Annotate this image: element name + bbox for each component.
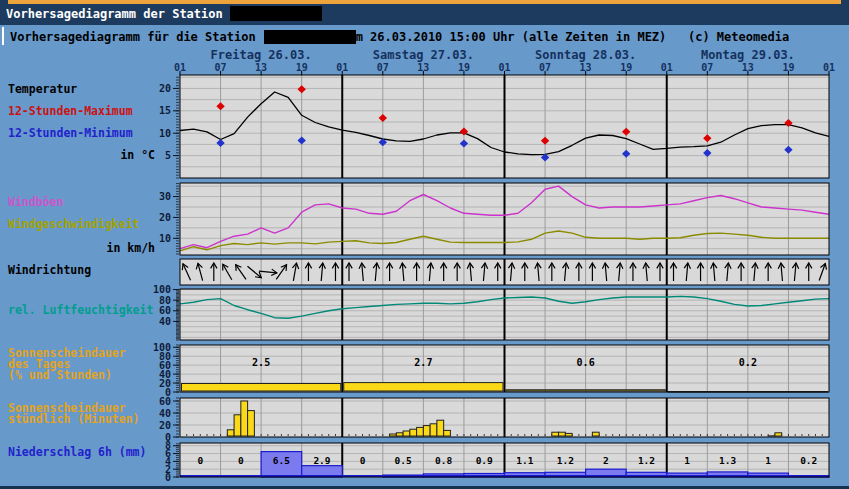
sunshine-hourly-bar (248, 411, 255, 436)
y-axis-label: 20 (159, 83, 171, 94)
precipitation-value: 1.1 (516, 455, 533, 466)
time-tick-label: 07 (535, 62, 555, 73)
y-axis-label: 60 (159, 305, 171, 316)
sunshine-hourly-bar (592, 432, 599, 436)
day-header: Freitag 26.03. (191, 48, 331, 62)
sidebar-label-unit-celsius: in °C (0, 150, 155, 161)
sunshine-daily-value: 0.6 (577, 357, 595, 368)
time-tick-label: 07 (697, 62, 717, 73)
sunshine-daily-bar (344, 383, 503, 391)
sunshine-hourly-bar (775, 433, 782, 436)
time-tick-label: 13 (251, 62, 271, 73)
precipitation-value: 1 (684, 455, 690, 466)
y-axis-label: 100 (153, 342, 171, 353)
time-tick-label: 19 (454, 62, 474, 73)
y-axis-label: 15 (159, 105, 171, 116)
sidebar-label-sonnenschein-tag: Sonnenscheindauer des Tages (% und Stund… (8, 348, 126, 381)
sunshine-hourly-bar (396, 433, 403, 436)
y-axis-label: 80 (159, 295, 171, 306)
y-axis-label: 10 (159, 128, 171, 139)
sunshine-hourly-bar (565, 433, 572, 436)
precipitation-value: 0.9 (476, 455, 493, 466)
sunshine-hourly-bar (241, 401, 248, 436)
time-tick-label: 01 (170, 62, 190, 73)
sidebar-label-windrichtung: Windrichtung (8, 265, 91, 276)
time-tick-label: 01 (332, 62, 352, 73)
sunshine-daily-value: 0.2 (739, 357, 757, 368)
sunshine-hourly-bar (227, 430, 234, 436)
time-tick-label: 07 (373, 62, 393, 73)
sidebar-label-max-12h: 12-Stunden-Maximum (8, 106, 133, 117)
precipitation-value: 1.3 (719, 455, 736, 466)
y-axis-label: 20 (159, 212, 171, 223)
sidebar-label-luftfeuchtigkeit: rel. Luftfeuchtigkeit (8, 305, 153, 316)
precipitation-value: 1 (765, 455, 771, 466)
sidebar-label-unit-kmh: in km/h (0, 243, 155, 254)
sunshine-hourly-bar (559, 432, 566, 436)
precipitation-value: 1.2 (638, 455, 655, 466)
sidebar-label-min-12h: 12-Stunden-Minimum (8, 128, 133, 139)
y-axis-label: 20 (159, 420, 171, 431)
precipitation-value: 0.5 (395, 455, 412, 466)
time-tick-label: 01 (819, 62, 839, 73)
precipitation-value: 0 (238, 455, 244, 466)
precipitation-value: 1.2 (557, 455, 574, 466)
time-tick-label: 13 (738, 62, 758, 73)
time-tick-label: 19 (778, 62, 798, 73)
sunshine-daily-bar (182, 383, 341, 391)
y-axis-label: 5 (165, 150, 171, 161)
time-tick-label: 01 (657, 62, 677, 73)
precipitation-value: 0.2 (800, 455, 817, 466)
y-axis-label: 40 (159, 408, 171, 419)
time-tick-label: 07 (211, 62, 231, 73)
sidebar-label-niederschlag: Niederschlag 6h (mm) (8, 447, 146, 458)
precipitation-value: 0 (197, 455, 203, 466)
time-tick-label: 19 (292, 62, 312, 73)
y-axis-label: 40 (159, 316, 171, 327)
sidebar-label-sonnenschein-stunde: Sonnenscheindauer stündlich (Minuten) (8, 403, 140, 425)
sunshine-daily-bar (506, 390, 665, 391)
day-header: Sonntag 28.03. (516, 48, 656, 62)
precipitation-value: 0 (360, 455, 366, 466)
day-header: Montag 29.03. (678, 48, 818, 62)
sunshine-hourly-bar (234, 415, 241, 436)
y-axis-label: 100 (153, 284, 171, 295)
precipitation-value: 2 (603, 455, 609, 466)
sunshine-hourly-bar (430, 424, 437, 436)
sidebar-label-windboeen: Windböen (8, 197, 63, 208)
sidebar-label-temperatur: Temperatur (8, 84, 77, 95)
sunshine-hourly-bar (403, 431, 410, 436)
precipitation-value: 2.9 (313, 455, 330, 466)
y-axis-label: 60 (159, 396, 171, 407)
sidebar-label-windgeschwindigkeit: Windgeschwindigkeit (8, 219, 140, 230)
time-tick-label: 13 (576, 62, 596, 73)
time-tick-label: 19 (616, 62, 636, 73)
precipitation-value: 6.5 (273, 455, 290, 466)
precipitation-value: 0.8 (435, 455, 452, 466)
time-tick-label: 01 (495, 62, 515, 73)
sunshine-daily-value: 2.5 (252, 357, 270, 368)
sunshine-hourly-bar (423, 426, 430, 436)
sunshine-hourly-bar (552, 432, 559, 436)
time-tick-label: 13 (413, 62, 433, 73)
sunshine-hourly-bar (444, 430, 451, 436)
sunshine-hourly-bar (437, 420, 444, 436)
y-axis-label: 8 (165, 440, 171, 451)
forecast-window: Vorhersagediagramm der Station Vorhersag… (0, 0, 849, 489)
sunshine-hourly-bar (410, 429, 417, 436)
y-axis-label: 30 (159, 191, 171, 202)
day-header: Samstag 27.03. (353, 48, 493, 62)
sunshine-hourly-bar (417, 427, 424, 436)
y-axis-label: 10 (159, 233, 171, 244)
sunshine-hourly-bar (390, 434, 397, 436)
sunshine-daily-value: 2.7 (414, 357, 432, 368)
